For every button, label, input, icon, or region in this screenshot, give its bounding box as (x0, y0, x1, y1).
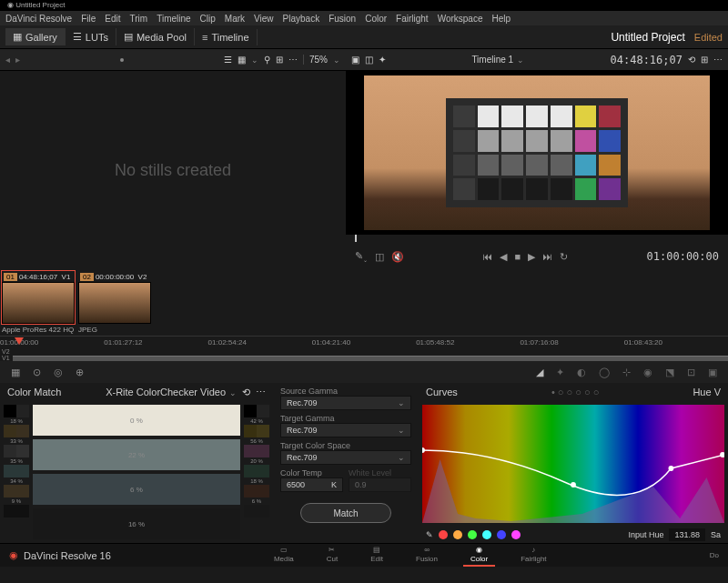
playhead-icon[interactable] (15, 337, 24, 345)
eyedropper-icon[interactable]: ✎⌄ (355, 250, 368, 263)
play-icon[interactable]: ▶ (528, 251, 535, 263)
last-frame-icon[interactable]: ⏭ (542, 251, 552, 262)
viewer-body[interactable] (346, 71, 728, 235)
camera-raw-icon[interactable]: ▦ (11, 367, 20, 378)
track-label-v2: V2 (2, 348, 10, 355)
menu-file[interactable]: File (81, 14, 96, 24)
color-match-tool-icon[interactable]: ⊙ (33, 367, 41, 378)
page-tab-edit[interactable]: ▤Edit (363, 544, 390, 567)
list-view-icon[interactable]: ☰ (224, 55, 232, 65)
stop-icon[interactable]: ■ (514, 251, 521, 262)
sort-dropdown[interactable] (251, 55, 258, 65)
input-hue-value[interactable]: 131.88 (669, 528, 705, 541)
timeline-ruler[interactable]: 01:00:00:0001:01:27:1201:02:54:2401:04:2… (0, 336, 728, 361)
viewer-expand-icon[interactable]: ⊞ (701, 55, 708, 65)
curves-mode[interactable]: Hue V (693, 387, 721, 397)
reverse-play-icon[interactable]: ◀ (500, 251, 507, 263)
blur-icon[interactable]: ◉ (643, 367, 652, 378)
menu-trim[interactable]: Trim (130, 14, 148, 24)
hue-cyan[interactable] (482, 530, 491, 539)
eyedropper-icon[interactable]: ✎ (426, 530, 433, 539)
first-frame-icon[interactable]: ⏮ (482, 251, 492, 262)
wheels-icon[interactable]: ◎ (54, 367, 63, 378)
curves-icon[interactable]: ◢ (536, 367, 543, 378)
warper-icon[interactable]: ✦ (556, 367, 564, 378)
match-button[interactable]: Match (300, 503, 391, 523)
menu-mark[interactable]: Mark (225, 14, 245, 24)
hue-green[interactable] (468, 530, 477, 539)
key-icon[interactable]: ⬔ (665, 367, 674, 378)
qualifier-icon[interactable]: ◐ (577, 367, 586, 378)
viewer-fx-icon[interactable]: ✦ (379, 55, 386, 65)
colorchecker-chart (446, 98, 628, 207)
menu-playback[interactable]: Playback (283, 14, 320, 24)
hue-magenta[interactable] (511, 530, 521, 539)
viewer-timecode[interactable]: 04:48:16;07 (611, 54, 682, 66)
color-temp-label: Color Temp (280, 468, 343, 477)
viewer-split-icon[interactable]: ◫ (365, 55, 373, 65)
curves-graph[interactable] (422, 405, 724, 523)
page-tab-fairlight[interactable]: ♪Fairlight (513, 544, 553, 567)
grid-view-icon[interactable]: ▦ (238, 55, 246, 65)
gallery-toggle[interactable]: ▦ Gallery (5, 28, 66, 45)
marker-icon[interactable] (120, 58, 124, 62)
page-tab-media[interactable]: ▭Media (267, 544, 301, 567)
timeline-selector[interactable]: Timeline 1 (471, 55, 524, 65)
timeline-toggle[interactable]: ≡ Timeline (195, 29, 258, 45)
zoom-level[interactable]: 75% (303, 55, 328, 65)
menu-fairlight[interactable]: Fairlight (396, 14, 429, 24)
source-gamma-label: Source Gamma (280, 387, 411, 396)
mute-icon[interactable]: 🔇 (391, 251, 404, 263)
ruler-tick: 01:02:54:24 (208, 338, 312, 347)
menu-view[interactable]: View (254, 14, 274, 24)
page-tab-color[interactable]: ◉Color (463, 544, 495, 567)
clip-format-label: JPEG (78, 326, 151, 336)
window-icon[interactable]: ◯ (599, 367, 610, 378)
menu-timeline[interactable]: Timeline (157, 14, 190, 24)
viewer-sync-icon[interactable]: ⟲ (688, 55, 695, 65)
menu-color[interactable]: Color (365, 14, 387, 24)
arrow-left-icon[interactable]: ◂ (5, 55, 10, 65)
luts-toggle[interactable]: ☰ LUTs (66, 28, 116, 45)
filter-icon[interactable]: ⊞ (276, 55, 283, 65)
viewer-mode-icon[interactable]: ▣ (351, 55, 359, 65)
color-temp-input[interactable]: 6500K (280, 477, 343, 492)
chart-type-dropdown[interactable]: X-Rite ColorChecker Video (106, 387, 237, 397)
page-tab-cut[interactable]: ✂Cut (319, 544, 345, 567)
target-gamma-dropdown[interactable]: Rec.709 (280, 423, 411, 437)
transport-timecode[interactable]: 01:00:00:00 (647, 250, 719, 263)
viewer-more-icon[interactable]: ⋯ (713, 55, 723, 65)
3d-icon[interactable]: ▣ (708, 367, 717, 378)
loop-icon[interactable]: ↻ (560, 251, 568, 263)
more-icon[interactable]: ⋯ (256, 387, 266, 398)
menu-davinci-resolve[interactable]: DaVinci Resolve (5, 14, 72, 24)
source-gamma-dropdown[interactable]: Rec.709 (280, 396, 411, 410)
hue-yellow[interactable] (453, 530, 462, 539)
window-titlebar: ◉ Untitled Project (0, 0, 728, 11)
more-icon[interactable]: ⋯ (288, 55, 298, 65)
page-tab-fusion[interactable]: ∞Fusion (409, 544, 445, 567)
scrub-playhead[interactable] (355, 235, 357, 242)
target-colorspace-dropdown[interactable]: Rec.709 (280, 450, 411, 465)
menu-fusion[interactable]: Fusion (329, 14, 356, 24)
clip-thumbnail[interactable]: 0104:48:16;07 V1 (2, 271, 75, 324)
timeline-clip[interactable] (13, 356, 728, 361)
split-screen-icon[interactable]: ◫ (375, 251, 384, 263)
hue-red[interactable] (439, 530, 448, 539)
zoom-dropdown[interactable] (333, 55, 340, 65)
sizing-icon[interactable]: ⊡ (687, 367, 695, 378)
menu-workspace[interactable]: Workspace (438, 14, 483, 24)
media-pool-toggle[interactable]: ▤ Media Pool (116, 28, 195, 45)
arrow-right-icon[interactable]: ▸ (15, 55, 20, 65)
reset-icon[interactable]: ⟲ (242, 387, 250, 398)
menu-help[interactable]: Help (491, 14, 511, 24)
rgb-mixer-icon[interactable]: ⊕ (76, 367, 84, 378)
clip-thumbnail[interactable]: 0200:00:00:00 V2 (78, 271, 151, 324)
menu-bar: DaVinci ResolveFileEditTrimTimelineClipM… (0, 11, 728, 25)
hue-blue[interactable] (497, 530, 506, 539)
menu-clip[interactable]: Clip (200, 14, 216, 24)
tracking-icon[interactable]: ⊹ (622, 367, 631, 378)
swatch-pct: 33 % (4, 438, 29, 444)
search-icon[interactable]: ⚲ (264, 55, 270, 65)
menu-edit[interactable]: Edit (105, 14, 120, 24)
